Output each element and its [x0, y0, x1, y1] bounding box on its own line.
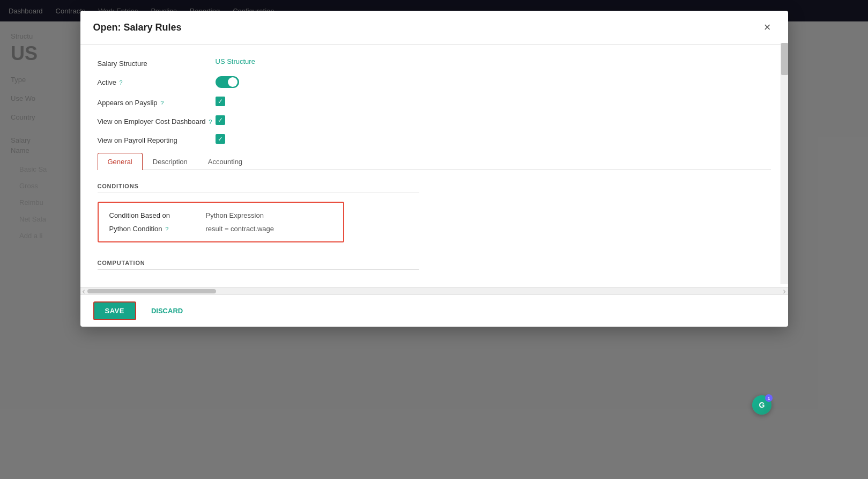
- conditions-section-heading: CONDITIONS: [98, 183, 419, 193]
- modal-close-button[interactable]: ×: [760, 19, 775, 35]
- active-toggle[interactable]: [216, 76, 239, 88]
- salary-rules-modal: Open: Salary Rules × Salary Structure US…: [80, 11, 788, 327]
- conditions-box: Condition Based on Python Expression Pyt…: [98, 202, 344, 242]
- horizontal-scroll-thumb[interactable]: [87, 289, 216, 293]
- modal-title: Open: Salary Rules: [93, 22, 182, 33]
- appears-on-payslip-row: Appears on Payslip ? ✓: [98, 97, 771, 107]
- active-row: Active ?: [98, 76, 771, 88]
- tab-description[interactable]: Description: [143, 153, 198, 170]
- grammarly-letter: G: [759, 401, 765, 409]
- salary-structure-value[interactable]: US Structure: [216, 57, 255, 65]
- appears-on-payslip-help-icon[interactable]: ?: [160, 100, 164, 106]
- view-payroll-reporting-row: View on Payroll Reporting ✓: [98, 134, 771, 144]
- vertical-scrollbar[interactable]: [781, 43, 788, 284]
- view-payroll-reporting-checkbox[interactable]: ✓: [216, 134, 225, 144]
- modal-footer: SAVE DISCARD: [80, 294, 788, 327]
- modal-header: Open: Salary Rules ×: [80, 11, 788, 45]
- python-condition-row: Python Condition ? result = contract.wag…: [109, 225, 332, 233]
- grammarly-badge: 1: [765, 394, 773, 402]
- modal-backdrop: Open: Salary Rules × Salary Structure US…: [0, 0, 868, 479]
- condition-based-on-label: Condition Based on: [109, 211, 206, 219]
- discard-button[interactable]: DISCARD: [143, 303, 191, 319]
- view-payroll-reporting-label: View on Payroll Reporting: [98, 134, 216, 144]
- computation-section-heading: COMPUTATION: [98, 260, 419, 270]
- view-employer-cost-label: View on Employer Cost Dashboard ?: [98, 115, 216, 126]
- python-condition-help-icon[interactable]: ?: [165, 226, 168, 232]
- view-employer-cost-help-icon[interactable]: ?: [209, 119, 212, 125]
- active-help-icon[interactable]: ?: [120, 79, 123, 86]
- grammarly-widget[interactable]: G 1: [752, 395, 771, 415]
- salary-structure-row: Salary Structure US Structure: [98, 57, 771, 68]
- active-label: Active ?: [98, 76, 216, 86]
- python-condition-label: Python Condition ?: [109, 225, 206, 233]
- horizontal-scrollbar[interactable]: ‹ ›: [80, 287, 788, 294]
- view-employer-cost-checkbox[interactable]: ✓: [216, 115, 225, 125]
- appears-on-payslip-checkbox[interactable]: ✓: [216, 97, 225, 106]
- python-condition-value: result = contract.wage: [206, 225, 275, 233]
- salary-structure-label: Salary Structure: [98, 57, 216, 68]
- condition-based-on-value: Python Expression: [206, 211, 264, 219]
- tab-general[interactable]: General: [98, 153, 143, 170]
- appears-on-payslip-label: Appears on Payslip ?: [98, 97, 216, 107]
- save-button[interactable]: SAVE: [93, 301, 136, 320]
- view-employer-cost-row: View on Employer Cost Dashboard ? ✓: [98, 115, 771, 126]
- modal-body: Salary Structure US Structure Active ? A…: [80, 45, 788, 287]
- condition-based-on-row: Condition Based on Python Expression: [109, 211, 332, 219]
- vertical-scroll-thumb[interactable]: [781, 43, 788, 75]
- tabs-container: General Description Accounting: [98, 153, 771, 170]
- tab-accounting[interactable]: Accounting: [198, 153, 253, 170]
